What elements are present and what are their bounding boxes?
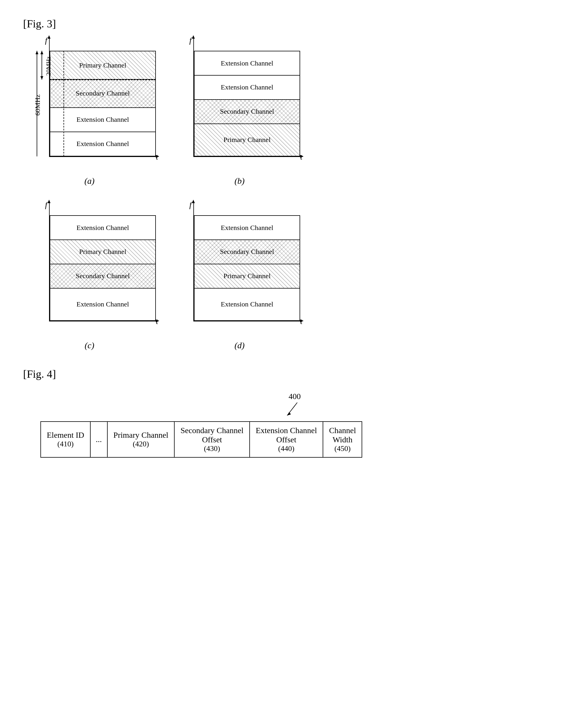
table-cell-element-id: Element ID (410) — [41, 422, 90, 457]
t-axis-label-c: t — [156, 317, 158, 326]
channel-primary-b: Primary Channel — [194, 124, 300, 156]
svg-marker-7 — [287, 412, 291, 416]
fig4-section: [Fig. 4] 400 Element ID (410) ... Primar… — [23, 368, 549, 458]
channel-primary-d: Primary Channel — [194, 264, 300, 289]
table-cell-primary-channel: Primary Channel (420) — [108, 422, 174, 457]
diagram-d: f t Extension Channel Secondary Channel … — [179, 203, 300, 350]
table-cell-secondary-channel: Secondary ChannelOffset (430) — [174, 422, 249, 457]
channel-primary-c: Primary Channel — [50, 239, 156, 264]
channel-primary-a: Primary Channel — [50, 51, 156, 80]
sub-label-d: (d) — [235, 341, 245, 350]
channel-ext1-c: Extension Channel — [50, 215, 156, 240]
diagram-c: f t Extension Channel Primary Channel Se… — [23, 203, 156, 350]
dim-60mhz: 60MHz — [34, 94, 42, 116]
f-axis-label-b: f — [189, 36, 192, 45]
fig4-table: Element ID (410) ... Primary Channel (42… — [41, 421, 362, 458]
ref-400: 400 — [289, 392, 301, 401]
channel-ext1-a: Extension Channel — [50, 107, 156, 132]
fig4-label: [Fig. 4] — [23, 368, 549, 380]
table-cell-ellipsis: ... — [90, 422, 108, 457]
channel-secondary-c: Secondary Channel — [50, 264, 156, 289]
svg-marker-4 — [41, 51, 43, 54]
svg-marker-5 — [41, 76, 43, 80]
diagram-b: f t Extension Channel Extension Channel … — [179, 39, 300, 186]
channel-ext2-d: Extension Channel — [194, 288, 300, 321]
channel-ext2-b: Extension Channel — [194, 75, 300, 100]
table-cell-extension-channel: Extension ChannelOffset (440) — [249, 422, 323, 457]
sub-label-a: (a) — [84, 176, 95, 186]
diagram-a: f t 60MHz — [23, 39, 156, 186]
t-axis-label-b: t — [300, 152, 302, 162]
channel-ext1-d: Extension Channel — [194, 215, 300, 240]
f-axis-label-d: f — [189, 200, 192, 210]
sub-label-c: (c) — [84, 341, 94, 350]
channel-secondary-d: Secondary Channel — [194, 239, 300, 264]
t-axis-label-a: t — [156, 152, 158, 162]
channel-ext2-a: Extension Channel — [50, 132, 156, 156]
channel-secondary-b: Secondary Channel — [194, 99, 300, 124]
f-axis-label-c: f — [45, 200, 47, 210]
channel-secondary-a: Secondary Channel — [50, 79, 156, 108]
channel-ext2-c: Extension Channel — [50, 288, 156, 321]
table-cell-channel-width: ChannelWidth (450) — [323, 422, 362, 457]
f-axis-label-a: f — [45, 36, 47, 45]
fig3-label: [Fig. 3] — [23, 17, 549, 30]
sub-label-b: (b) — [235, 176, 245, 186]
channel-ext1-b: Extension Channel — [194, 51, 300, 76]
t-axis-label-d: t — [300, 317, 302, 326]
